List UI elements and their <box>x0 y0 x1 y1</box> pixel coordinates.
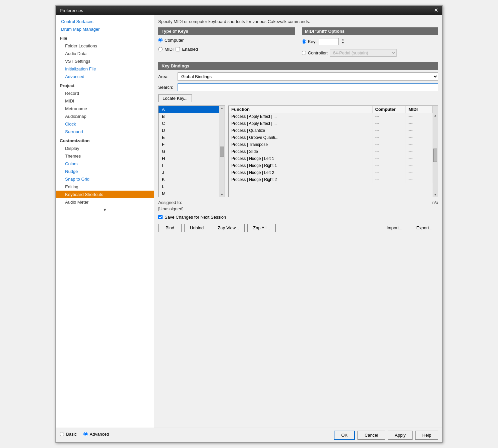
func-scroll-thumb[interactable] <box>433 149 437 162</box>
key-item-g[interactable]: G <box>159 148 219 155</box>
key-radio-row: Key: C 0 ▲ ▼ <box>302 38 439 45</box>
sidebar-item-record[interactable]: Record <box>56 89 154 97</box>
key-item-b[interactable]: B <box>159 113 219 120</box>
sidebar-item-initialization-file[interactable]: Initialization File <box>56 65 154 73</box>
import-button[interactable]: Import... <box>381 224 408 232</box>
key-value-input[interactable]: C 0 <box>319 38 339 45</box>
sidebar-scroll-down-icon[interactable]: ▼ <box>103 207 107 212</box>
type-of-keys-header: Type of Keys <box>158 27 295 35</box>
key-item-a[interactable]: A <box>159 106 219 113</box>
func-row-8[interactable]: Process | Nudge | Left 2 --- --- <box>229 169 433 176</box>
controller-radio[interactable] <box>302 51 306 55</box>
func-row-6[interactable]: Process | Nudge | Left 1 --- --- <box>229 155 433 162</box>
cancel-button[interactable]: Cancel <box>357 431 385 440</box>
scroll-up-arrow[interactable]: ▲ <box>221 106 224 110</box>
func-row-2[interactable]: Process | Quantize --- --- <box>229 127 433 134</box>
midi-col-header: MIDI <box>406 106 433 113</box>
zap-all-button[interactable]: Zap All... <box>247 224 276 232</box>
scroll-down-arrow[interactable]: ▼ <box>221 193 224 196</box>
search-input[interactable] <box>178 83 438 91</box>
window-body: Control Surfaces Drum Map Manager File F… <box>56 15 442 442</box>
sidebar-item-audio-meter[interactable]: Audio Meter <box>56 198 154 206</box>
apply-button[interactable]: Apply <box>388 431 413 440</box>
sidebar-item-surround[interactable]: Surround <box>56 128 154 136</box>
enabled-checkbox[interactable] <box>176 47 180 51</box>
scroll-thumb[interactable] <box>220 147 224 157</box>
func-name-8: Process | Nudge | Left 2 <box>229 169 372 176</box>
func-scroll-up-arrow[interactable]: ▲ <box>434 114 437 117</box>
controller-select[interactable]: 64-Pedal (sustain) <box>330 49 397 57</box>
sidebar-item-keyboard-shortcuts[interactable]: Keyboard Shortcuts <box>56 191 154 198</box>
area-search-section: Area: Global Bindings Search: <box>158 72 438 91</box>
sidebar-item-audiosnap[interactable]: AudioSnap <box>56 113 154 120</box>
keys-scrollbar[interactable]: ▲ ▼ <box>219 106 225 197</box>
key-item-h[interactable]: H <box>159 155 219 162</box>
sidebar-item-display[interactable]: Display <box>56 145 154 152</box>
func-comp-8: --- <box>372 169 406 176</box>
sidebar-item-themes[interactable]: Themes <box>56 152 154 160</box>
sidebar-item-drum-map-manager[interactable]: Drum Map Manager <box>56 25 154 33</box>
save-checkbox[interactable] <box>158 215 163 219</box>
advanced-radio-row: Advanced <box>83 432 109 437</box>
func-row-9[interactable]: Process | Nudge | Right 2 --- --- <box>229 176 433 183</box>
zap-view-button[interactable]: Zap View... <box>212 224 245 232</box>
sidebar-item-snap-to-grid[interactable]: Snap to Grid <box>56 175 154 183</box>
sidebar-item-audio-data[interactable]: Audio Data <box>56 50 154 57</box>
func-scroll-down-arrow[interactable]: ▼ <box>434 193 437 196</box>
functions-body: Process | Apply Effect | ... --- --- Pro… <box>229 113 433 197</box>
func-name-7: Process | Nudge | Right 1 <box>229 162 372 169</box>
key-item-j[interactable]: J <box>159 169 219 176</box>
sidebar-item-control-surfaces[interactable]: Control Surfaces <box>56 18 154 25</box>
ok-button[interactable]: OK <box>334 431 355 440</box>
key-item-i[interactable]: I <box>159 162 219 169</box>
table-scroll-space <box>433 106 438 113</box>
func-row-0[interactable]: Process | Apply Effect | ... --- --- <box>229 113 433 120</box>
func-row-3[interactable]: Process | Groove Quanti... --- --- <box>229 134 433 141</box>
locate-key-button[interactable]: Locate Key... <box>158 94 192 102</box>
footer-right: OK Cancel Apply Help <box>334 431 438 440</box>
preferences-window: Preferences ✕ Control Surfaces Drum Map … <box>55 5 443 443</box>
sidebar-item-advanced[interactable]: Advanced <box>56 73 154 80</box>
sidebar-item-midi[interactable]: MIDI <box>56 97 154 105</box>
key-radio[interactable] <box>302 39 306 44</box>
type-midi-section: Type of Keys Computer MIDI Enabled <box>158 27 438 59</box>
key-item-l[interactable]: L <box>159 183 219 190</box>
sidebar-item-metronome[interactable]: Metronome <box>56 105 154 113</box>
midi-radio[interactable] <box>158 47 163 51</box>
func-comp-6: --- <box>372 155 406 162</box>
func-row-7[interactable]: Process | Nudge | Right 1 --- --- <box>229 162 433 169</box>
func-row-5[interactable]: Process | Slide --- --- <box>229 148 433 155</box>
key-item-c[interactable]: C <box>159 120 219 127</box>
func-midi-0: --- <box>406 113 433 120</box>
key-item-m[interactable]: M <box>159 190 219 197</box>
func-name-3: Process | Groove Quanti... <box>229 134 372 141</box>
basic-radio[interactable] <box>60 432 64 436</box>
assigned-value: n/a <box>432 200 438 205</box>
search-row: Search: <box>158 83 438 91</box>
unbind-button[interactable]: Unbind <box>184 224 209 232</box>
func-row-1[interactable]: Process | Apply Effect | ... --- --- <box>229 120 433 127</box>
key-item-d[interactable]: D <box>159 127 219 134</box>
functions-list-wrapper: Process | Apply Effect | ... --- --- Pro… <box>229 113 438 197</box>
sidebar-item-vst-settings[interactable]: VST Settings <box>56 57 154 65</box>
sidebar-item-folder-locations[interactable]: Folder Locations <box>56 42 154 50</box>
functions-scrollbar[interactable]: ▲ ▼ <box>433 113 438 197</box>
export-button[interactable]: Export... <box>411 224 438 232</box>
close-button[interactable]: ✕ <box>434 8 438 13</box>
area-select[interactable]: Global Bindings <box>178 72 438 81</box>
advanced-radio[interactable] <box>83 432 88 436</box>
sidebar-item-clock[interactable]: Clock <box>56 120 154 128</box>
sidebar-item-editing[interactable]: Editing <box>56 183 154 191</box>
func-row-4[interactable]: Process | Transpose --- --- <box>229 141 433 148</box>
help-button[interactable]: Help <box>415 431 438 440</box>
bind-button[interactable]: Bind <box>158 224 182 232</box>
sidebar-item-nudge[interactable]: Nudge <box>56 168 154 175</box>
sidebar-item-colors[interactable]: Colors <box>56 160 154 168</box>
key-bindings-header: Key Bindings <box>158 62 438 70</box>
key-item-k[interactable]: K <box>159 176 219 183</box>
key-item-f[interactable]: F <box>159 141 219 148</box>
sidebar-section-file: File <box>56 33 154 42</box>
computer-radio[interactable] <box>158 38 163 42</box>
key-spinner[interactable]: ▲ ▼ <box>341 38 345 45</box>
key-item-e[interactable]: E <box>159 134 219 141</box>
